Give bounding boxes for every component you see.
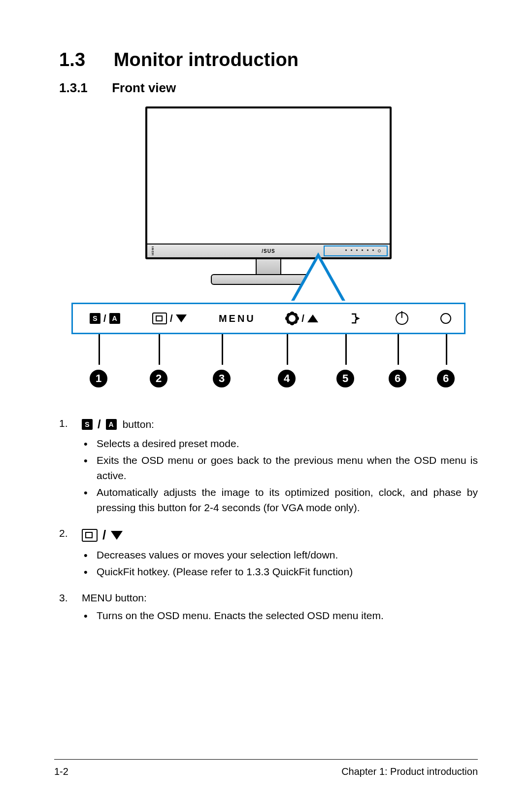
triangle-down-icon xyxy=(111,531,123,540)
list-item-1-tail: button: xyxy=(123,417,154,432)
list-item-2-bullet-2: QuickFit hotkey. (Please refer to 1.3.3 … xyxy=(82,564,478,579)
subsection-number: 1.3.1 xyxy=(59,80,108,96)
monitor-bezel: HDMI /SUS xyxy=(147,244,390,257)
page-footer: 1-2 Chapter 1: Product introduction xyxy=(54,766,478,777)
list-item-3: 3. MENU button: Turns on the OSD menu. E… xyxy=(59,591,478,626)
list-item-2: 2. / Decreases values or moves your sele… xyxy=(59,526,478,582)
section-title-text: Monitor introduction xyxy=(114,49,299,70)
button-strip: S / A / MENU / xyxy=(71,303,466,334)
triangle-down-icon xyxy=(176,314,187,322)
slash-icon: / xyxy=(102,313,107,324)
btn-power-icon xyxy=(396,312,408,325)
input-icon xyxy=(350,313,363,324)
list-item-1-bullet-1: Selects a desired preset mode. xyxy=(82,436,478,451)
a-box-icon: A xyxy=(106,419,117,430)
zoom-wedge xyxy=(291,252,345,301)
callout-bubble-5: 5 xyxy=(336,370,354,387)
list-item-1: 1. S / A button: Selects a desired prese… xyxy=(59,416,478,517)
section-number: 1.3 xyxy=(59,49,108,70)
button-description-list: 1. S / A button: Selects a desired prese… xyxy=(59,416,478,625)
s-box-icon: S xyxy=(82,419,93,430)
section-heading: 1.3 Monitor introduction xyxy=(59,49,478,70)
monitor-stand-neck xyxy=(256,259,281,275)
callout-bubble-2: 2 xyxy=(150,370,167,387)
list-item-3-head: MENU button: xyxy=(82,591,147,605)
list-number: 2. xyxy=(59,526,82,582)
list-number: 1. xyxy=(59,416,82,517)
monitor-illustration: HDMI /SUS xyxy=(145,106,392,285)
monitor-outline: HDMI /SUS xyxy=(145,106,392,259)
front-view-figure: HDMI /SUS S / A / MENU xyxy=(71,106,466,388)
triangle-up-icon xyxy=(307,314,318,322)
btn-brightness-up-icon: / xyxy=(288,313,318,324)
btn-quickfit-down-icon: / xyxy=(152,313,187,324)
callout-bubble-4: 4 xyxy=(278,370,296,387)
list-item-1-bullet-3: Automatically adjusts the image to its o… xyxy=(82,485,478,515)
list-number: 3. xyxy=(59,591,82,626)
slash-icon: / xyxy=(300,313,305,324)
list-item-3-bullet-1: Turns on the OSD menu. Enacts the select… xyxy=(82,608,478,623)
hdmi-label: HDMI xyxy=(151,246,154,255)
btn-preset-auto-icon: S / A xyxy=(90,313,120,324)
btn-input-select-icon xyxy=(350,313,363,324)
list-item-1-bullet-2: Exits the OSD menu or goes back to the p… xyxy=(82,453,478,483)
subsection-title-text: Front view xyxy=(112,80,176,95)
callout-bubble-1: 1 xyxy=(90,370,107,387)
footer-rule xyxy=(54,759,478,760)
led-indicator-icon xyxy=(440,313,451,324)
slash-icon: / xyxy=(101,526,107,545)
slash-icon: / xyxy=(97,416,102,433)
slash-icon: / xyxy=(169,313,174,324)
callout-numbers: 1 2 3 4 5 6 6 xyxy=(71,334,466,388)
power-icon xyxy=(396,312,408,325)
callout-bubble-3: 3 xyxy=(213,370,231,387)
subsection-heading: 1.3.1 Front view xyxy=(59,80,478,96)
quickfit-icon xyxy=(82,529,98,542)
a-box-icon: A xyxy=(109,313,120,324)
sun-icon xyxy=(288,314,297,323)
s-box-icon: S xyxy=(90,313,100,324)
callout-bubble-6: 6 xyxy=(389,370,406,387)
brand-logo: /SUS xyxy=(262,248,275,254)
led-icon xyxy=(440,313,451,324)
list-item-2-bullet-1: Decreases values or moves your selection… xyxy=(82,548,478,562)
quickfit-icon xyxy=(152,313,167,324)
btn-menu-label: MENU xyxy=(219,313,256,324)
page-number: 1-2 xyxy=(54,766,68,777)
chapter-label: Chapter 1: Product introduction xyxy=(341,766,478,777)
callout-bubble-7: 6 xyxy=(437,370,455,387)
